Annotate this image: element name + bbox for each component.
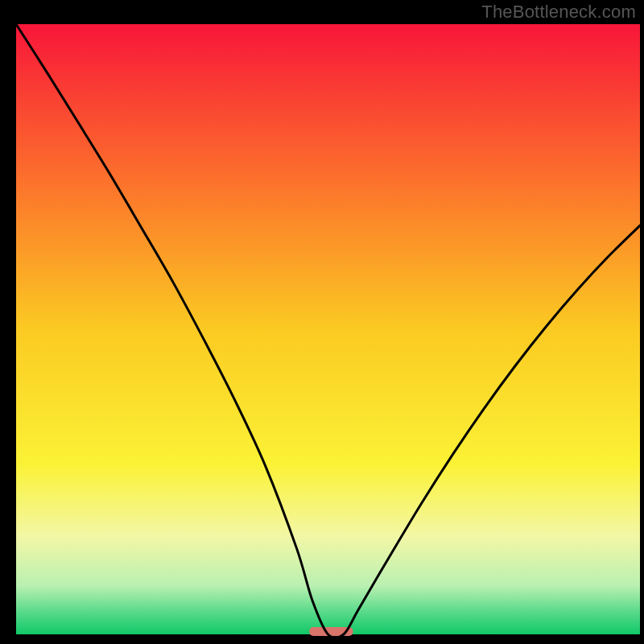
chart-frame: TheBottleneck.com bbox=[0, 0, 644, 644]
attribution-text: TheBottleneck.com bbox=[481, 2, 636, 23]
bottleneck-curve-chart bbox=[0, 0, 644, 644]
plot-background bbox=[16, 24, 640, 634]
